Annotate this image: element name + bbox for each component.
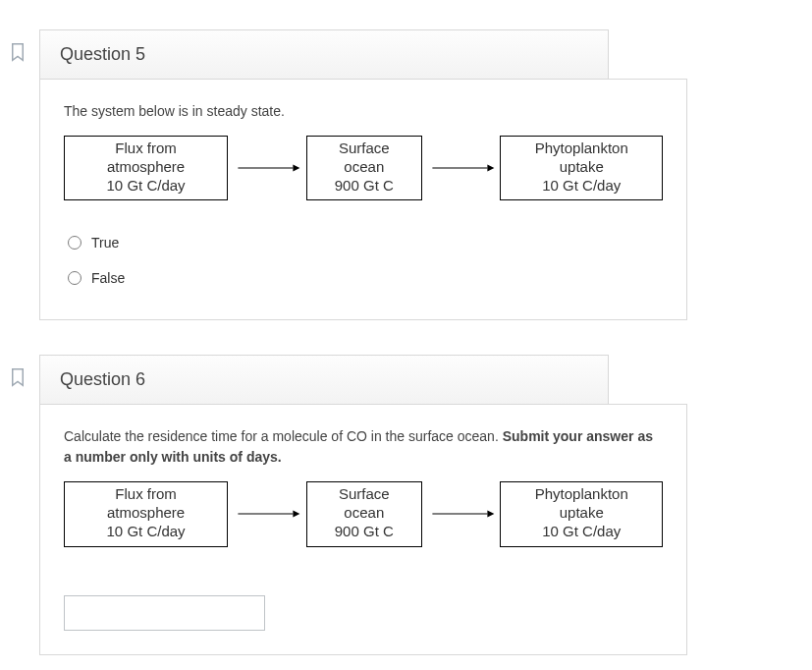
question-5-body: The system below is in steady state. Flu… — [39, 79, 687, 320]
q6-box-b-sub: 900 Gt C — [317, 523, 411, 541]
arrow-icon — [422, 161, 501, 175]
q5-option-true[interactable]: True — [64, 225, 663, 260]
question-5-block: Question 5 The system below is in steady… — [15, 29, 797, 320]
q5-option-false[interactable]: False — [64, 260, 663, 296]
q6-box-c: Phytoplankton uptake 10 Gt C/day — [500, 481, 663, 546]
arrow-icon — [228, 507, 306, 521]
svg-marker-1 — [293, 165, 299, 172]
question-5-title: Question 5 — [60, 44, 145, 64]
q6-intro: Calculate the residence time for a molec… — [64, 426, 663, 468]
bookmark-icon[interactable] — [9, 366, 27, 388]
q5-box-c-title: Phytoplankton uptake — [511, 140, 652, 177]
q5-box-b-sub: 900 Gt C — [317, 177, 411, 195]
q5-false-label: False — [91, 270, 125, 286]
q5-diagram: Flux from atmosphere 10 Gt C/day Surface… — [64, 136, 663, 200]
svg-marker-5 — [293, 511, 299, 518]
q5-box-c: Phytoplankton uptake 10 Gt C/day — [500, 136, 663, 200]
arrow-icon — [422, 507, 501, 521]
q5-options: True False — [64, 225, 663, 296]
arrow-icon — [228, 161, 306, 175]
q5-box-b-title: Surface ocean — [317, 140, 411, 177]
q6-box-a: Flux from atmosphere 10 Gt C/day — [64, 481, 228, 546]
question-6-body: Calculate the residence time for a molec… — [39, 404, 687, 654]
bookmark-icon-wrap — [9, 366, 30, 391]
radio-icon[interactable] — [68, 271, 81, 285]
q6-box-c-sub: 10 Gt C/day — [511, 523, 652, 541]
q5-box-a-sub: 10 Gt C/day — [75, 177, 217, 195]
svg-marker-7 — [487, 511, 494, 518]
q5-box-a: Flux from atmosphere 10 Gt C/day — [64, 136, 228, 200]
q6-box-c-title: Phytoplankton uptake — [511, 485, 652, 523]
bookmark-icon[interactable] — [9, 41, 27, 63]
question-5-header: Question 5 — [39, 29, 609, 79]
q5-box-c-sub: 10 Gt C/day — [511, 177, 652, 195]
q6-box-b: Surface ocean 900 Gt C — [306, 481, 422, 546]
q5-true-label: True — [91, 235, 119, 251]
radio-icon[interactable] — [68, 236, 81, 250]
question-6-header: Question 6 — [39, 355, 609, 404]
q6-answer-input[interactable] — [64, 595, 265, 631]
q5-box-b: Surface ocean 900 Gt C — [306, 136, 422, 200]
bookmark-icon-wrap — [9, 41, 30, 66]
q6-intro-plain: Calculate the residence time for a molec… — [64, 428, 503, 444]
question-6-title: Question 6 — [60, 369, 145, 389]
svg-marker-3 — [487, 165, 494, 172]
q6-diagram: Flux from atmosphere 10 Gt C/day Surface… — [64, 481, 663, 546]
q6-box-a-title: Flux from atmosphere — [75, 485, 217, 523]
q5-intro: The system below is in steady state. — [64, 101, 663, 122]
q5-box-a-title: Flux from atmosphere — [75, 140, 217, 177]
q6-box-a-sub: 10 Gt C/day — [75, 523, 217, 541]
question-6-block: Question 6 Calculate the residence time … — [15, 355, 797, 654]
q6-box-b-title: Surface ocean — [317, 485, 411, 523]
